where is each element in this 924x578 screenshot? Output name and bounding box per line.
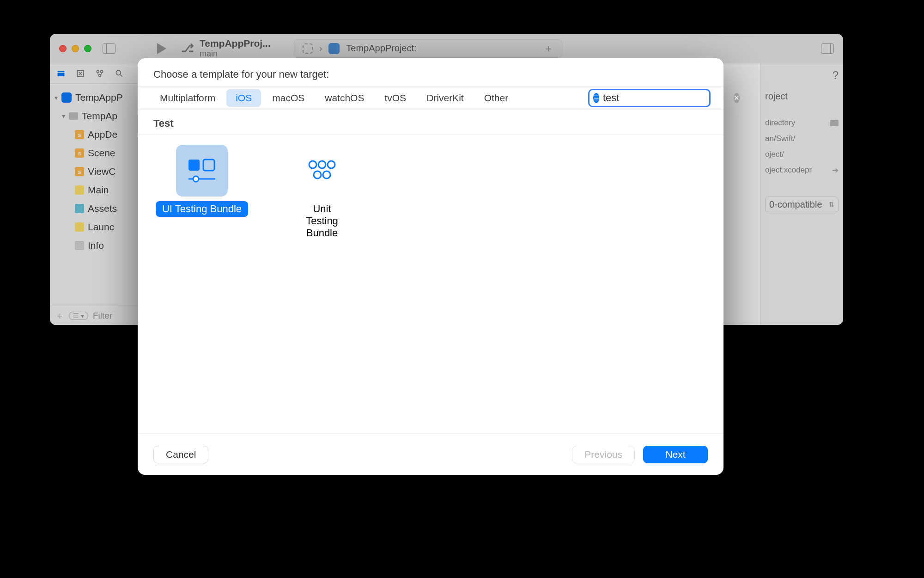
sheet-title: Choose a template for your new target: (138, 58, 723, 86)
template-grid: UI Testing Bundle Unit Testing Bundle (138, 135, 723, 251)
ui-testing-bundle-icon (176, 145, 228, 197)
template-label: Unit Testing Bundle (290, 201, 354, 241)
svg-rect-6 (203, 160, 214, 171)
template-unit-testing-bundle[interactable]: Unit Testing Bundle (274, 145, 371, 241)
svg-point-11 (328, 161, 335, 168)
sheet-footer: Cancel Previous Next (138, 433, 723, 475)
next-button[interactable]: Next (643, 446, 708, 463)
template-search-field[interactable]: ☰ ✕ (588, 89, 711, 107)
unit-testing-bundle-icon (296, 145, 348, 197)
platform-tab-multiplatform[interactable]: Multiplatform (151, 89, 225, 107)
platform-tab-bar: Multiplatform iOS macOS watchOS tvOS Dri… (138, 86, 723, 110)
new-target-sheet: Choose a template for your new target: M… (138, 58, 723, 475)
filter-icon[interactable]: ☰ (593, 93, 599, 103)
clear-search-button[interactable]: ✕ (734, 93, 740, 103)
platform-tab-ios[interactable]: iOS (226, 89, 261, 107)
template-area: Test UI Testing Bundle (138, 110, 723, 433)
template-search-input[interactable] (603, 92, 730, 104)
svg-point-13 (323, 171, 330, 178)
platform-tab-driverkit[interactable]: DriverKit (417, 89, 473, 107)
cancel-button[interactable]: Cancel (153, 446, 208, 463)
svg-point-9 (309, 161, 316, 168)
template-section-header: Test (138, 110, 723, 135)
svg-point-8 (193, 176, 199, 182)
template-ui-testing-bundle[interactable]: UI Testing Bundle (153, 145, 250, 241)
svg-point-12 (314, 171, 321, 178)
previous-button: Previous (572, 446, 635, 463)
template-label: UI Testing Bundle (156, 201, 248, 217)
platform-tab-other[interactable]: Other (475, 89, 518, 107)
svg-rect-5 (188, 160, 200, 171)
svg-point-10 (318, 161, 326, 168)
platform-tab-macos[interactable]: macOS (263, 89, 314, 107)
platform-tab-tvos[interactable]: tvOS (375, 89, 415, 107)
platform-tab-watchos[interactable]: watchOS (316, 89, 373, 107)
